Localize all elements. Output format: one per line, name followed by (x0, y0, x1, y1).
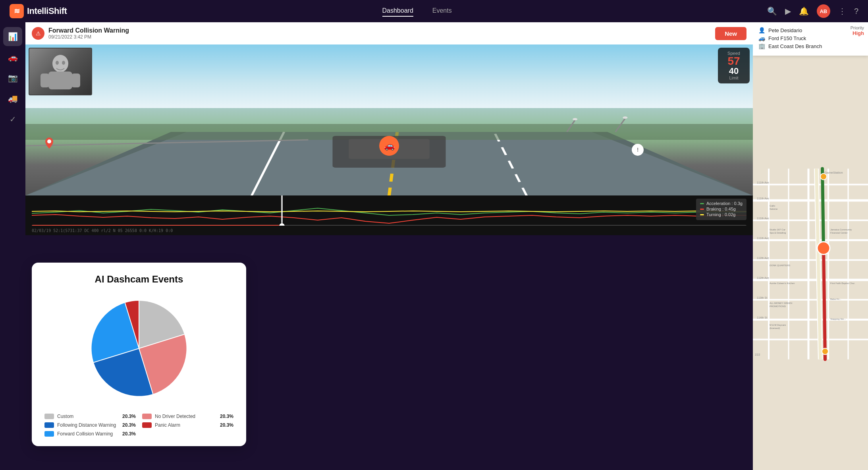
svg-text:GameStation: GameStation (824, 171, 843, 174)
forward-collision-pct: 20.3% (122, 431, 136, 437)
event-time: 09/21/2022 3:42 PM (48, 34, 129, 40)
legend-acceleration: Acceleration : 0.3g (700, 201, 743, 206)
speed-limit-label: Limit (724, 75, 743, 80)
svg-text:Gallo: Gallo (770, 205, 775, 207)
bell-icon[interactable]: 🔔 (799, 6, 809, 16)
svg-text:ALL MONEY GREEN: ALL MONEY GREEN (770, 302, 792, 304)
svg-point-41 (817, 242, 830, 255)
sidebar-item-analytics[interactable]: 📊 (3, 27, 22, 46)
new-button[interactable]: New (715, 27, 746, 40)
svg-point-13 (623, 116, 627, 119)
nav-item-dashboard[interactable]: Dashboard (382, 6, 413, 17)
driver-icon: 👤 (758, 27, 765, 33)
svg-point-20 (47, 139, 51, 143)
svg-text:111th Ave: 111th Ave (757, 237, 769, 240)
play-icon[interactable]: ▶ (785, 6, 791, 16)
panic-pct: 20.3% (220, 422, 233, 428)
following-pct: 20.3% (122, 422, 136, 428)
analytics-icon: 📊 (8, 32, 18, 41)
svg-point-11 (573, 118, 577, 120)
svg-text:Jamaica Community: Jamaica Community (830, 228, 852, 231)
svg-text:First Faith Baptist Chur.: First Faith Baptist Chur. (830, 282, 855, 284)
more-icon[interactable]: ⋮ (838, 6, 846, 16)
pie-chart-container (44, 293, 233, 404)
event-info: Forward Collision Warning 09/21/2022 3:4… (48, 27, 129, 40)
priority-badge: Priority High (851, 25, 864, 36)
svg-text:111th Ave: 111th Ave (757, 217, 769, 220)
branch-icon: 🏢 (758, 43, 765, 49)
legend-item-panic: Panic Alarm 20.3% (142, 422, 233, 428)
sidebar-item-check[interactable]: ✓ (3, 110, 22, 129)
sidebar-item-camera[interactable]: 📷 (3, 68, 22, 87)
vehicle-name: Ford F150 Truck (768, 35, 806, 41)
svg-text:Salome: Salome (770, 208, 778, 210)
braking-dot (700, 209, 704, 210)
speed-overlay: Speed 57 40 Limit (718, 48, 750, 83)
svg-text:112th Ave: 112th Ave (757, 257, 769, 259)
panic-name: Panic Alarm (155, 422, 217, 428)
acceleration-label: Acceleration : 0.3g (706, 201, 743, 206)
pie-chart-svg (83, 293, 195, 404)
svg-text:112th Ave: 112th Ave (757, 277, 769, 279)
collision-warning-icon: 🚗 (379, 136, 399, 156)
no-driver-name: No Driver Detected (155, 414, 217, 419)
forward-collision-swatch (44, 431, 54, 437)
map-info-card: 👤 Pete Desidario 🚙 Ford F150 Truck 🏢 Eas… (753, 22, 868, 56)
event-title: Forward Collision Warning (48, 27, 129, 34)
svg-text:M & M Daycare: M & M Daycare (770, 324, 786, 326)
branch-name: East Coast Des Branch (768, 43, 822, 49)
turning-dot (700, 214, 704, 215)
no-driver-pct: 20.3% (220, 414, 233, 419)
speed-value: 57 (724, 56, 743, 67)
svg-text:Auntie Coleen's Kitchen: Auntie Coleen's Kitchen (770, 282, 795, 284)
nav-right: 🔍 ▶ 🔔 AB ⋮ ? (767, 4, 858, 18)
sidebar-item-vehicles[interactable]: 🚗 (3, 48, 22, 67)
sidebar-item-fleet[interactable]: 🚚 (3, 89, 22, 108)
timeline-area: Acceleration : 0.3g Braking : 0.45g Turn… (25, 195, 753, 235)
nav-center: Dashboard Events (67, 6, 767, 17)
sensor-graph-svg (32, 195, 746, 227)
legend-item-forward-collision: Forward Collision Warning 20.3% (44, 431, 136, 437)
svg-point-19 (62, 61, 65, 65)
following-swatch (44, 422, 54, 428)
svg-text:114th St: 114th St (757, 316, 767, 319)
map-svg: 111th Ave 111th Ave 111th Ave 111th Ave … (753, 58, 868, 470)
branch-row: 🏢 East Coast Des Branch (758, 43, 862, 49)
svg-text:113th St: 113th St (757, 296, 767, 299)
svg-point-42 (820, 174, 827, 180)
no-driver-swatch (142, 414, 152, 419)
turning-label: Turning : 0.02g (706, 212, 736, 217)
priority-label: Priority (851, 25, 864, 30)
braking-label: Braking : 0.45g (706, 207, 736, 211)
legend-item-custom: Custom 20.3% (44, 414, 136, 419)
avatar[interactable]: AB (817, 4, 830, 18)
speed-limit-value: 40 (724, 67, 743, 75)
svg-line-39 (822, 169, 824, 248)
legend-turning: Turning : 0.02g (700, 212, 743, 217)
priority-value: High (851, 30, 864, 36)
warning-marker-icon: ! (632, 144, 644, 156)
svg-text:DONK QUARTERS: DONK QUARTERS (770, 264, 790, 267)
nav-item-events[interactable]: Events (432, 6, 452, 17)
timestamp-text: 02/03/19 52:1(5731:37 DC 400 rl/2 N 05 2… (32, 228, 173, 233)
map-background[interactable]: 111th Ave 111th Ave 111th Ave 111th Ave … (753, 58, 868, 470)
timestamp-bar: 02/03/19 52:1(5731:37 DC 400 rl/2 N 05 2… (25, 226, 753, 235)
legend-item-no-driver: No Driver Detected 20.3% (142, 414, 233, 419)
svg-point-18 (56, 61, 59, 65)
custom-name: Custom (57, 414, 119, 419)
driver-row: 👤 Pete Desidario (758, 27, 862, 33)
pie-chart-panel: AI Dashcam Events (32, 263, 246, 446)
app-name: IntelliShift (27, 6, 67, 16)
camera-icon: 📷 (8, 73, 18, 83)
svg-text:Spa & Detailing: Spa & Detailing (770, 232, 786, 234)
video-container: Speed 57 40 Limit 🚗 ! (25, 44, 753, 235)
event-header: ⚠ Forward Collision Warning 09/21/2022 3… (25, 22, 753, 44)
vehicles-icon: 🚗 (8, 52, 18, 62)
svg-rect-16 (41, 73, 49, 87)
search-icon[interactable]: 🔍 (767, 6, 777, 16)
svg-text:Financial Center: Financial Center (830, 232, 848, 234)
help-icon[interactable]: ? (854, 7, 858, 16)
interior-camera (29, 48, 92, 95)
event-type-icon: ⚠ (32, 27, 44, 40)
acceleration-dot (700, 203, 704, 204)
